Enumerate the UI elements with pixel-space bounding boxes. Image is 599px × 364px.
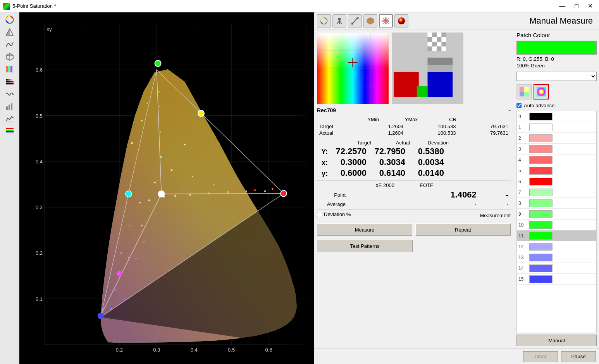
rec709-dash: - — [509, 107, 511, 113]
patch-list-item[interactable]: 12 — [517, 241, 596, 252]
patch-num: 11 — [518, 233, 528, 239]
svg-rect-39 — [537, 87, 546, 96]
meas-x-row: x: 0.3000 0.3034 0.0034 — [317, 157, 511, 167]
patch-num: 1 — [518, 125, 528, 130]
patch-list-item[interactable]: 8 — [517, 198, 596, 209]
patch-swatch-color — [529, 178, 553, 185]
sidebar-item-colorwheel[interactable] — [2, 14, 17, 26]
measure-button[interactable]: Measure — [317, 223, 412, 236]
color-picker-gradient[interactable] — [317, 33, 389, 104]
patch-num: 12 — [518, 244, 528, 249]
patch-list-item[interactable]: 15 — [517, 274, 596, 285]
meas-y2-actual: 0.6140 — [367, 168, 405, 178]
repeat-button[interactable]: Repeat — [415, 223, 511, 236]
svg-rect-12 — [6, 106, 8, 110]
content-area: Rec709 - YMin YMax CR Target 1.2604 100.… — [314, 29, 599, 349]
toolbar-colorwheel-btn[interactable] — [317, 14, 331, 27]
deviation-checkbox-row: Deviation % — [317, 211, 351, 217]
sidebar-item-bars[interactable] — [2, 101, 17, 112]
sidebar-item-gradient[interactable] — [2, 76, 17, 88]
de-col-eotf: EOTF — [394, 182, 433, 188]
patch-list-item[interactable]: 13 — [517, 252, 596, 263]
close-button[interactable]: ✕ — [585, 2, 596, 10]
patch-list-item[interactable]: 5 — [517, 165, 596, 176]
svg-rect-7 — [8, 66, 10, 72]
de-average-value: - — [348, 201, 479, 208]
auto-advance-checkbox[interactable] — [516, 103, 522, 108]
patch-swatch-color — [529, 124, 553, 131]
stats-target-label: Target — [317, 123, 360, 130]
svg-rect-11 — [6, 83, 14, 84]
stats-target-ymin: 1.2604 — [360, 123, 406, 130]
sidebar-item-multibar[interactable] — [2, 64, 17, 75]
patch-num: 4 — [518, 157, 528, 163]
toolbar-tripod-btn[interactable] — [332, 14, 346, 27]
meas-col-deviation: Deviation — [410, 140, 449, 146]
patch-dropdown[interactable] — [516, 72, 597, 81]
sidebar-item-3dbox[interactable] — [2, 51, 17, 63]
patch-name: 100% Green — [516, 63, 597, 69]
clear-button[interactable]: Clear — [523, 351, 558, 362]
bottom-bar: Clear Pause — [314, 349, 599, 364]
sidebar-item-trend[interactable] — [2, 113, 17, 125]
patch-list-item[interactable]: 11 — [517, 230, 596, 241]
patch-list-item[interactable]: 1 — [517, 122, 596, 133]
sidebar-item-curve[interactable] — [2, 39, 17, 50]
patch-num: 3 — [518, 146, 528, 152]
patch-list-item[interactable]: 10 — [517, 220, 596, 230]
panel-title: Manual Measure — [529, 16, 593, 26]
meas-x-deviation: 0.0034 — [405, 157, 444, 167]
app-icon — [3, 3, 10, 10]
patch-num: 14 — [518, 266, 528, 271]
patch-list-item[interactable]: 9 — [517, 209, 596, 220]
toolbar-curves-btn[interactable] — [348, 14, 362, 27]
patch-swatch-color — [529, 254, 553, 261]
svg-rect-16 — [6, 130, 14, 131]
patch-swatch-color — [529, 113, 553, 120]
minimize-button[interactable]: — — [556, 2, 568, 10]
pause-button[interactable]: Pause — [561, 351, 596, 362]
test-patterns-button[interactable]: Test Patterns — [317, 240, 413, 252]
patch-num: 0 — [518, 114, 528, 119]
patch-icons-row — [516, 84, 597, 100]
patch-list-item[interactable]: 7 — [517, 187, 596, 198]
toolbar-sphere-btn[interactable] — [394, 14, 408, 27]
chart-area[interactable] — [19, 12, 314, 364]
patch-list-item[interactable]: 6 — [517, 176, 596, 187]
sidebar-item-colorstrips[interactable] — [2, 125, 17, 137]
patch-num: 2 — [518, 136, 528, 141]
meas-col-target: Target — [332, 140, 371, 146]
toolbar-cross-btn[interactable] — [379, 14, 393, 27]
patch-list-item[interactable]: 3 — [517, 144, 596, 155]
manual-button[interactable]: Manual — [516, 335, 597, 346]
sidebar-item-triangle[interactable] — [2, 26, 17, 38]
sidebar-item-wave[interactable] — [2, 88, 17, 100]
deviation-label: Deviation % — [324, 211, 351, 217]
svg-point-33 — [398, 17, 405, 24]
meas-y-actual: 72.7950 — [367, 146, 405, 156]
maximize-button[interactable]: □ — [571, 2, 582, 10]
patch-list-item[interactable]: 4 — [517, 155, 596, 165]
deviation-checkbox[interactable] — [317, 212, 322, 217]
toolbar-3dcube-btn[interactable] — [363, 14, 377, 27]
patch-list[interactable]: 0 1 2 3 4 5 6 7 8 9 10 11 12 13 — [516, 111, 597, 333]
patch-list-item[interactable]: 0 — [517, 111, 596, 122]
xy-chart — [19, 12, 314, 364]
svg-rect-17 — [6, 131, 14, 132]
meas-y2-target: 0.6000 — [328, 168, 367, 178]
patch-swatch-color — [529, 210, 553, 218]
stats-actual-label: Actual — [317, 130, 360, 136]
patch-list-item[interactable]: 2 — [517, 133, 596, 144]
measure-panel: Rec709 - YMin YMax CR Target 1.2604 100.… — [314, 29, 514, 349]
patch-colour-title: Patch Colour — [516, 32, 597, 38]
patch-num: 13 — [518, 255, 528, 260]
patch-icon-plain[interactable] — [516, 84, 532, 100]
patch-num: 6 — [518, 179, 528, 184]
patch-list-item[interactable]: 14 — [517, 263, 596, 274]
patch-swatch-color — [529, 134, 553, 142]
patch-swatch-color — [529, 167, 553, 175]
toolbar: Manual Measure — [314, 12, 599, 29]
meas-col-actual: Actual — [371, 140, 410, 146]
patch-icon-color[interactable] — [534, 84, 549, 100]
de-col-headers: dE 2000 EOTF — [317, 182, 511, 188]
